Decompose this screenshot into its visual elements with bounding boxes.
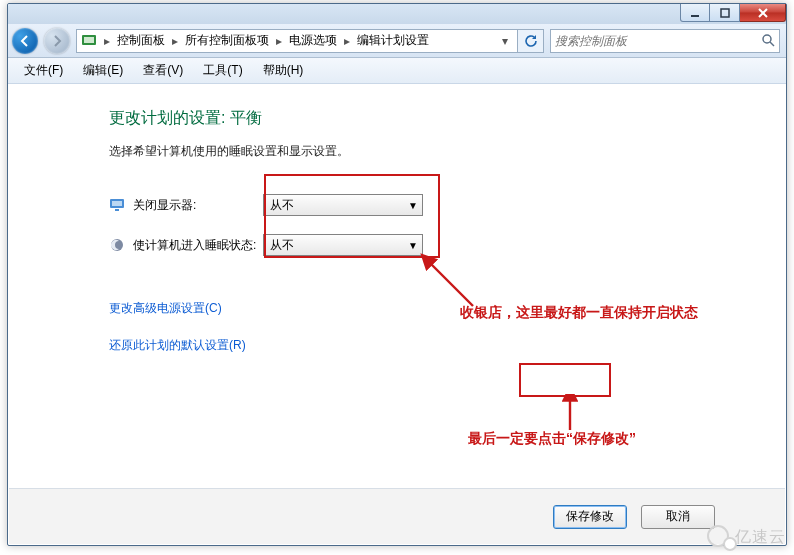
annotation-text-2: 最后一定要点击“保存修改” — [468, 430, 636, 448]
annotation-text-1: 收银店，这里最好都一直保持开启状态 — [460, 304, 698, 322]
svg-rect-7 — [112, 201, 122, 206]
chevron-right-icon: ▸ — [341, 34, 353, 48]
display-off-dropdown[interactable]: 从不 ▼ — [263, 194, 423, 216]
chevron-down-icon: ▼ — [408, 240, 418, 251]
breadcrumb-seg-0[interactable]: 控制面板 — [113, 30, 169, 52]
cancel-button[interactable]: 取消 — [641, 505, 715, 529]
menu-edit[interactable]: 编辑(E) — [75, 60, 131, 81]
search-box[interactable] — [550, 29, 780, 53]
link-restore-defaults[interactable]: 还原此计划的默认设置(R) — [109, 337, 733, 354]
caption-bar — [8, 4, 786, 24]
page-title: 更改计划的设置: 平衡 — [109, 108, 733, 129]
breadcrumb-seg-3[interactable]: 编辑计划设置 — [353, 30, 433, 52]
control-panel-icon — [81, 33, 97, 49]
sleep-label: 使计算机进入睡眠状态: — [133, 237, 263, 254]
svg-line-5 — [770, 42, 774, 46]
svg-rect-8 — [115, 209, 119, 211]
chevron-right-icon: ▸ — [101, 34, 113, 48]
chevron-right-icon: ▸ — [169, 34, 181, 48]
chevron-right-icon: ▸ — [273, 34, 285, 48]
annotation-highlight-save — [519, 363, 611, 397]
display-off-label: 关闭显示器: — [133, 197, 263, 214]
footer-bar: 保存修改 取消 — [9, 488, 785, 544]
page-description: 选择希望计算机使用的睡眠设置和显示设置。 — [109, 143, 733, 160]
setting-row-sleep: 使计算机进入睡眠状态: 从不 ▼ — [109, 234, 733, 256]
cancel-button-label: 取消 — [666, 508, 690, 525]
menu-file[interactable]: 文件(F) — [16, 60, 71, 81]
sleep-value: 从不 — [270, 237, 294, 254]
sleep-dropdown[interactable]: 从不 ▼ — [263, 234, 423, 256]
arrow-right-icon — [51, 35, 63, 47]
breadcrumb-seg-1[interactable]: 所有控制面板项 — [181, 30, 273, 52]
watermark-text: 亿速云 — [735, 527, 786, 548]
menu-bar: 文件(F) 编辑(E) 查看(V) 工具(T) 帮助(H) — [8, 58, 786, 84]
forward-button[interactable] — [44, 28, 70, 54]
monitor-icon — [109, 197, 125, 213]
breadcrumb-dropdown[interactable]: ▾ — [495, 32, 515, 50]
chevron-down-icon: ▼ — [408, 200, 418, 211]
breadcrumb-seg-2[interactable]: 电源选项 — [285, 30, 341, 52]
breadcrumb[interactable]: ▸ 控制面板 ▸ 所有控制面板项 ▸ 电源选项 ▸ 编辑计划设置 ▾ — [76, 29, 518, 53]
sleep-icon — [109, 237, 125, 253]
close-button[interactable] — [740, 4, 786, 22]
minimize-icon — [689, 8, 701, 18]
back-button[interactable] — [12, 28, 38, 54]
maximize-button[interactable] — [710, 4, 740, 22]
save-button-label: 保存修改 — [566, 508, 614, 525]
search-icon — [761, 33, 775, 50]
svg-point-4 — [763, 35, 771, 43]
arrow-left-icon — [19, 35, 31, 47]
menu-help[interactable]: 帮助(H) — [255, 60, 312, 81]
save-button[interactable]: 保存修改 — [553, 505, 627, 529]
search-input[interactable] — [555, 34, 745, 48]
refresh-button[interactable] — [518, 29, 544, 53]
setting-row-display: 关闭显示器: 从不 ▼ — [109, 194, 733, 216]
svg-rect-3 — [84, 37, 94, 43]
refresh-icon — [524, 34, 538, 48]
maximize-icon — [719, 8, 731, 18]
display-off-value: 从不 — [270, 197, 294, 214]
nav-arrows — [12, 27, 70, 55]
control-panel-window: ▸ 控制面板 ▸ 所有控制面板项 ▸ 电源选项 ▸ 编辑计划设置 ▾ 文件(F)… — [7, 3, 787, 546]
watermark: 亿速云 — [707, 525, 786, 549]
menu-view[interactable]: 查看(V) — [135, 60, 191, 81]
svg-rect-1 — [721, 9, 729, 17]
svg-rect-0 — [691, 15, 699, 17]
address-bar-row: ▸ 控制面板 ▸ 所有控制面板项 ▸ 电源选项 ▸ 编辑计划设置 ▾ — [8, 24, 786, 58]
minimize-button[interactable] — [680, 4, 710, 22]
close-icon — [757, 8, 769, 18]
menu-tools[interactable]: 工具(T) — [195, 60, 250, 81]
